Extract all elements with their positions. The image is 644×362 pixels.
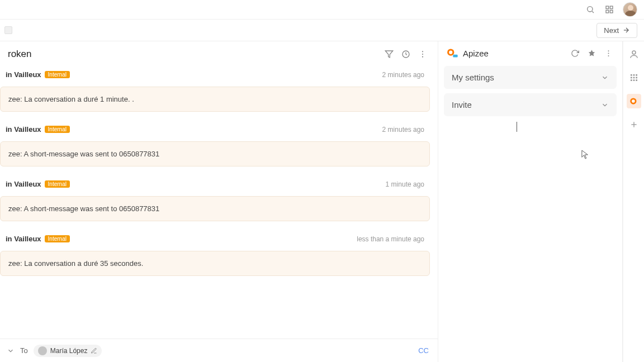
svg-point-16 — [608, 53, 609, 54]
message-body: zee: A short-message was sent to 0650877… — [0, 141, 430, 166]
internal-badge: Internal — [45, 180, 70, 188]
message-time: 2 minutes ago — [382, 126, 424, 134]
section-invite[interactable]: Invite — [444, 93, 617, 116]
rail-add-icon[interactable] — [627, 117, 641, 132]
message-block: in Vailleux Internal 2 minutes ago zee: … — [0, 123, 430, 166]
section-label: My settings — [452, 73, 494, 82]
svg-point-11 — [422, 56, 423, 58]
svg-rect-22 — [631, 77, 632, 79]
section-label: Invite — [452, 100, 472, 109]
svg-rect-3 — [610, 6, 613, 9]
sidepanel-header: Apizee — [438, 41, 622, 63]
message-author: in Vailleux — [6, 180, 41, 188]
internal-badge: Internal — [45, 126, 70, 133]
rail-apizee-icon[interactable] — [627, 94, 641, 108]
message-block: in Vailleux Internal 2 minutes ago zee: … — [0, 68, 430, 112]
message-author: in Vailleux — [6, 235, 41, 243]
message-time: 2 minutes ago — [382, 71, 424, 79]
message-header: in Vailleux Internal 2 minutes ago — [0, 123, 430, 136]
internal-badge: Internal — [45, 235, 70, 242]
compose-expand-icon[interactable] — [7, 347, 15, 355]
svg-rect-19 — [631, 74, 632, 76]
message-header: in Vailleux Internal 1 minute ago — [0, 178, 430, 190]
topbar — [0, 0, 644, 19]
filter-icon[interactable] — [382, 47, 396, 61]
svg-rect-20 — [633, 74, 634, 76]
right-rail — [623, 41, 644, 362]
apizee-logo-icon — [446, 47, 458, 59]
compose-row: To María López CC — [0, 339, 438, 362]
svg-point-15 — [608, 50, 609, 51]
to-label: To — [20, 346, 28, 355]
svg-point-29 — [632, 99, 635, 103]
svg-point-13 — [449, 51, 452, 54]
refresh-icon[interactable] — [569, 47, 581, 59]
avatar[interactable] — [623, 2, 637, 17]
chevron-down-icon — [601, 74, 609, 82]
message-time: 1 minute ago — [386, 180, 424, 188]
svg-rect-25 — [631, 79, 632, 81]
sidepanel-title: Apizee — [463, 49, 564, 58]
svg-rect-23 — [633, 77, 634, 79]
sidepanel: Apizee My settings Invite — [438, 41, 623, 362]
rail-profile-icon[interactable] — [627, 47, 641, 61]
svg-rect-21 — [636, 74, 637, 76]
more-icon[interactable] — [415, 47, 430, 61]
message-author: in Vailleux — [6, 125, 41, 134]
conversation-body[interactable]: in Vailleux Internal 2 minutes ago zee: … — [0, 67, 438, 339]
main: roken in Vailleux Internal 2 minutes ago… — [0, 41, 644, 362]
pin-icon[interactable] — [585, 47, 598, 59]
conversation-title: roken — [8, 49, 380, 60]
svg-point-18 — [632, 51, 636, 54]
cc-button[interactable]: CC — [416, 345, 431, 356]
internal-badge: Internal — [45, 71, 70, 78]
svg-marker-7 — [385, 51, 392, 58]
recipient-avatar-icon — [38, 346, 47, 355]
svg-point-17 — [608, 55, 609, 56]
history-icon[interactable] — [399, 47, 413, 61]
svg-rect-26 — [633, 79, 634, 81]
message-block: in Vailleux Internal less than a minute … — [0, 232, 430, 276]
chevron-down-icon — [601, 101, 609, 109]
sidepanel-more-icon[interactable] — [602, 47, 614, 59]
action-row: Next — [0, 19, 644, 41]
recipient-name: María López — [50, 347, 88, 355]
text-caret — [517, 122, 517, 132]
rail-grid-icon[interactable] — [627, 70, 641, 85]
svg-rect-4 — [606, 10, 609, 13]
edit-recipient-icon[interactable] — [91, 347, 97, 354]
message-header: in Vailleux Internal less than a minute … — [0, 232, 430, 245]
message-block: in Vailleux Internal 1 minute ago zee: A… — [0, 178, 430, 221]
message-body: zee: La conversation a duré 35 secondes. — [0, 251, 430, 276]
svg-point-0 — [588, 7, 593, 12]
svg-point-9 — [422, 51, 423, 52]
section-my-settings[interactable]: My settings — [444, 66, 617, 89]
message-author: in Vailleux — [6, 70, 41, 79]
svg-rect-27 — [636, 79, 637, 81]
svg-line-1 — [592, 11, 594, 13]
conversation-header: roken — [0, 41, 438, 67]
svg-rect-24 — [636, 77, 637, 79]
svg-rect-14 — [453, 55, 457, 58]
conversation-pane: roken in Vailleux Internal 2 minutes ago… — [0, 41, 438, 362]
next-label: Next — [604, 26, 619, 35]
collapse-toggle[interactable] — [4, 26, 12, 34]
svg-rect-5 — [610, 10, 613, 13]
message-header: in Vailleux Internal 2 minutes ago — [0, 68, 430, 81]
message-body: zee: A short-message was sent to 0650877… — [0, 196, 430, 221]
search-icon[interactable] — [585, 4, 596, 15]
next-button[interactable]: Next — [596, 23, 637, 38]
message-body: zee: La conversation a duré 1 minute. . — [0, 87, 430, 112]
apps-icon[interactable] — [604, 4, 615, 15]
sidepanel-accordion: My settings Invite — [444, 66, 617, 116]
recipient-chip[interactable]: María López — [34, 345, 102, 357]
svg-rect-2 — [606, 6, 609, 9]
message-time: less than a minute ago — [357, 235, 424, 243]
svg-point-10 — [422, 54, 423, 55]
